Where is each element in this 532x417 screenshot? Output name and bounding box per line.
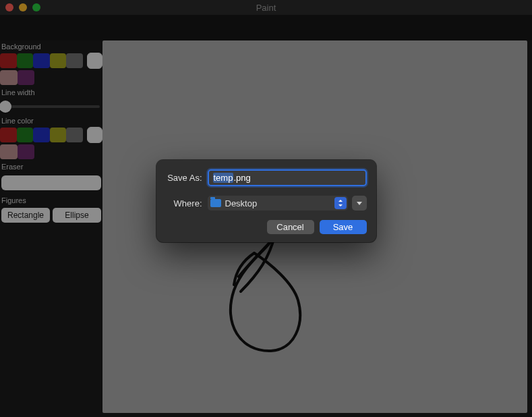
save-button[interactable]: Save <box>320 220 367 234</box>
select-stepper-icon <box>334 197 347 209</box>
where-value: Desktop <box>225 198 258 208</box>
filename-extension: .png <box>233 173 250 183</box>
folder-icon <box>210 199 221 207</box>
save-as-input[interactable]: temp.png <box>208 169 367 186</box>
cancel-button[interactable]: Cancel <box>267 220 314 234</box>
where-select[interactable]: Desktop <box>208 196 348 211</box>
filename-selected-text: temp <box>213 173 234 183</box>
where-label: Where: <box>166 198 208 208</box>
save-as-label: Save As: <box>166 173 208 183</box>
expand-dialog-button[interactable] <box>352 196 367 211</box>
modal-overlay: Save As: temp.png Where: Desktop Cancel … <box>0 0 532 417</box>
save-dialog: Save As: temp.png Where: Desktop Cancel … <box>156 160 376 242</box>
